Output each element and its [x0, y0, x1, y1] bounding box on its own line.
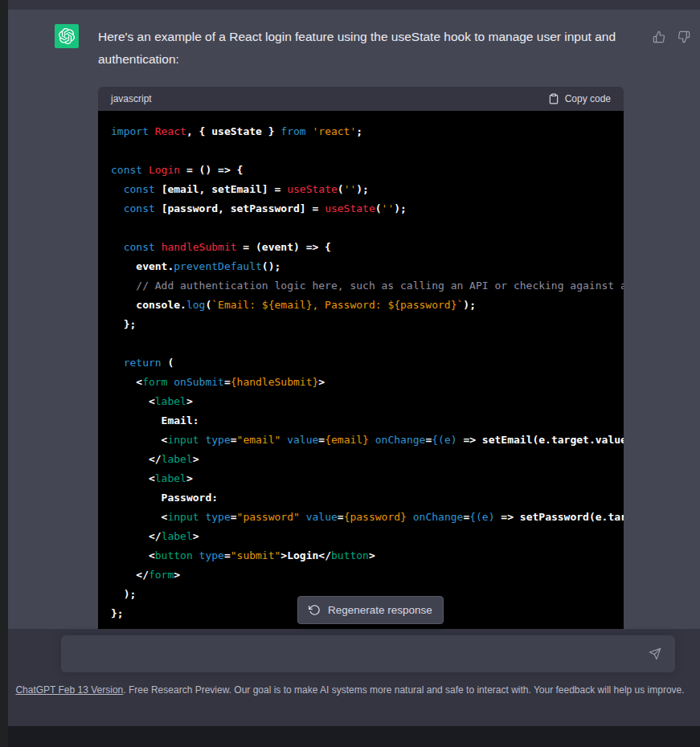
chatgpt-app: Here's an example of a React login featu…	[0, 0, 700, 747]
code-line: return (	[111, 353, 611, 373]
code-line	[111, 218, 611, 238]
code-line: </form>	[111, 565, 611, 585]
code-line: // Add authentication logic here, such a…	[111, 276, 611, 296]
code-block: javascript Copy code import React, {	[98, 87, 624, 629]
message-content: Here's an example of a React login featu…	[98, 24, 624, 629]
openai-logo-icon	[59, 28, 75, 44]
code-line: <label>	[111, 469, 611, 488]
code-content: import React, { useState } from 'react';…	[98, 111, 624, 629]
thumbs-down-icon	[677, 31, 690, 43]
footer: ChatGPT Feb 13 Version. Free Research Pr…	[0, 684, 700, 696]
code-line	[111, 141, 611, 161]
code-line: <input type="password" value={password} …	[111, 508, 611, 527]
code-line: const Login = () => {	[111, 161, 611, 180]
regenerate-button[interactable]: Regenerate response	[297, 596, 444, 624]
left-edge-strip	[0, 0, 8, 747]
thumbs-up-icon	[653, 31, 665, 43]
clipboard-icon	[548, 93, 559, 104]
send-button[interactable]	[643, 643, 667, 665]
thumbs-up-button[interactable]	[651, 29, 667, 45]
assistant-message-row: Here's an example of a React login featu…	[0, 10, 700, 629]
code-line: </label>	[111, 527, 611, 546]
bottom-bar	[0, 726, 700, 747]
assistant-avatar	[55, 24, 79, 48]
message-text: Here's an example of a React login featu…	[98, 26, 624, 71]
code-line: <label>	[111, 392, 611, 411]
composer	[61, 635, 675, 672]
code-line: Password:	[111, 488, 611, 508]
code-line: console.log(`Email: ${email}, Password: …	[111, 296, 611, 315]
assistant-message-section: Here's an example of a React login featu…	[0, 10, 700, 629]
code-line: };	[111, 315, 611, 334]
code-line: Email:	[111, 411, 611, 431]
code-line: const [password, setPassword] = useState…	[111, 199, 611, 218]
code-block-header: javascript Copy code	[98, 87, 624, 111]
composer-section: ChatGPT Feb 13 Version. Free Research Pr…	[0, 629, 700, 726]
copy-code-button[interactable]: Copy code	[548, 93, 611, 104]
thumbs-down-button[interactable]	[676, 29, 692, 45]
code-line: import React, { useState } from 'react';	[111, 122, 611, 141]
send-icon	[649, 647, 661, 660]
code-line: const handleSubmit = (event) => {	[111, 238, 611, 257]
message-input[interactable]	[61, 635, 675, 672]
code-language-label: javascript	[111, 93, 152, 104]
regenerate-icon	[309, 604, 321, 616]
copy-code-label: Copy code	[565, 93, 611, 104]
code-line: const [email, setEmail] = useState('');	[111, 180, 611, 199]
code-line: event.preventDefault();	[111, 257, 611, 276]
message-feedback	[651, 29, 692, 45]
code-line	[111, 334, 611, 353]
code-line: <input type="email" value={email} onChan…	[111, 431, 611, 450]
footer-version-link[interactable]: ChatGPT Feb 13 Version	[15, 684, 123, 696]
code-line: <button type="submit">Login</button>	[111, 546, 611, 565]
regenerate-label: Regenerate response	[328, 604, 432, 616]
footer-disclaimer: . Free Research Preview. Our goal is to …	[123, 684, 684, 696]
code-line: <form onSubmit={handleSubmit}>	[111, 373, 611, 392]
code-line: </label>	[111, 450, 611, 469]
